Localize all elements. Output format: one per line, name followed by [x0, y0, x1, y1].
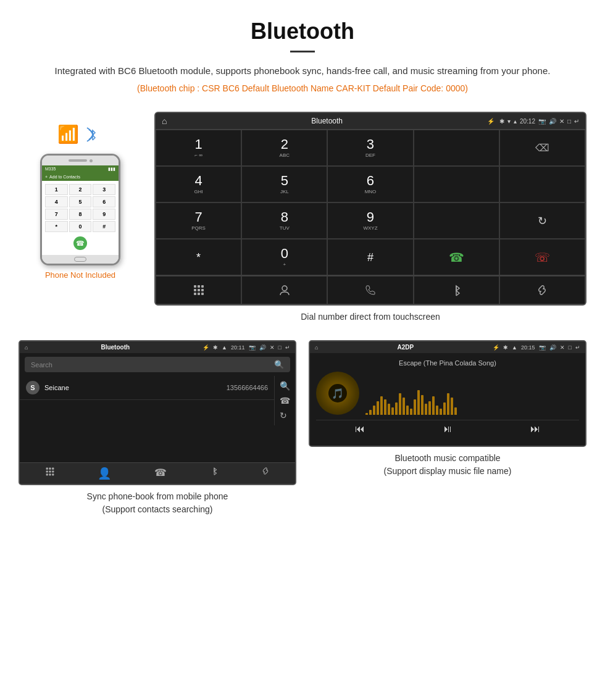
- phone-key-2[interactable]: 2: [69, 184, 92, 195]
- contact-initial: S: [30, 384, 35, 391]
- eq-bar: [369, 410, 372, 415]
- dial-bottom-phone[interactable]: [327, 276, 413, 304]
- phonebook-search[interactable]: Search 🔍: [25, 357, 290, 372]
- dial-key-0[interactable]: 0 +: [241, 239, 327, 275]
- dial-bottom-bluetooth[interactable]: [414, 276, 499, 304]
- dial-bottom-link[interactable]: [499, 276, 585, 304]
- phone-key-8[interactable]: 8: [69, 209, 92, 220]
- music-close-icon[interactable]: ✕: [560, 344, 565, 351]
- pb-time: 20:11: [231, 344, 245, 351]
- svg-point-10: [282, 286, 287, 291]
- pb-nav-bluetooth[interactable]: [210, 467, 219, 480]
- dial-bottom-dialpad[interactable]: [156, 276, 241, 304]
- phone-key-9[interactable]: 9: [93, 209, 115, 220]
- volume-icon[interactable]: 🔊: [549, 118, 556, 125]
- dial-num-4: 4: [194, 174, 202, 188]
- dial-call-button[interactable]: ☎: [414, 239, 499, 275]
- phone-key-5[interactable]: 5: [69, 196, 92, 207]
- svg-rect-6: [201, 289, 204, 291]
- phone-key-6[interactable]: 6: [93, 196, 115, 207]
- music-vol-icon[interactable]: 🔊: [549, 344, 556, 351]
- dial-key-star[interactable]: *: [156, 239, 241, 275]
- pb-win-icon[interactable]: □: [278, 344, 282, 351]
- dial-key-9[interactable]: 9 WXYZ: [327, 202, 413, 239]
- search-icon[interactable]: 🔍: [274, 360, 284, 369]
- dial-sub-1: ⌐ ∞: [194, 152, 202, 158]
- header-section: Bluetooth Integrated with BC6 Bluetooth …: [0, 0, 605, 106]
- eq-bar: [451, 398, 453, 415]
- dial-key-6[interactable]: 6 MNO: [327, 166, 413, 202]
- pb-home-icon[interactable]: ⌂: [25, 344, 28, 351]
- song-title: Escape (The Pina Colada Song): [399, 359, 496, 367]
- pb-vol-icon[interactable]: 🔊: [259, 344, 266, 351]
- dial-key-5[interactable]: 5 JKL: [241, 166, 327, 202]
- dial-num-8: 8: [281, 210, 288, 224]
- camera-icon[interactable]: 📷: [538, 118, 546, 125]
- pb-right-search-icon[interactable]: 🔍: [280, 381, 290, 391]
- phone-key-3[interactable]: 3: [93, 184, 115, 195]
- dial-num-3: 3: [367, 138, 374, 151]
- dial-key-2[interactable]: 2 ABC: [241, 130, 327, 166]
- pb-close-icon[interactable]: ✕: [270, 344, 275, 351]
- dial-sub-6: MNO: [365, 189, 377, 194]
- status-icons: ✱ ▾ ▴ 20:12 📷 🔊 ✕ □ ↵: [499, 118, 579, 125]
- dial-num-0: 0: [281, 247, 288, 260]
- pb-back-icon[interactable]: ↵: [285, 344, 290, 351]
- phone-dialpad: 1 2 3 4 5 6 7 8 9 * 0 #: [45, 184, 115, 232]
- dial-key-4[interactable]: 4 GHI: [156, 166, 241, 202]
- phone-bottom-bar: [42, 255, 119, 264]
- phone-key-7[interactable]: 7: [45, 209, 68, 220]
- equalizer-visualization: [365, 372, 579, 415]
- pb-nav-contacts-active[interactable]: 👤: [98, 467, 111, 480]
- pb-right-refresh-icon[interactable]: ↻: [280, 410, 290, 420]
- phone-key-1[interactable]: 1: [45, 184, 68, 195]
- dial-key-7[interactable]: 7 PQRS: [156, 202, 241, 239]
- description-text: Integrated with BC6 Bluetooth module, su…: [49, 64, 556, 78]
- pb-camera-icon[interactable]: 📷: [249, 344, 256, 351]
- music-title: A2DP: [322, 344, 489, 351]
- dial-refresh-button[interactable]: ↻: [499, 202, 585, 239]
- phone-key-4[interactable]: 4: [45, 196, 68, 207]
- music-camera-icon[interactable]: 📷: [539, 344, 546, 351]
- music-back-icon[interactable]: ↵: [575, 344, 580, 351]
- pb-nav-link[interactable]: [261, 467, 270, 480]
- phone-key-0[interactable]: 0: [69, 221, 92, 232]
- svg-rect-19: [49, 473, 51, 475]
- eq-bar: [440, 409, 442, 415]
- pb-title: Bluetooth: [31, 344, 199, 351]
- dial-key-hash[interactable]: #: [327, 239, 413, 275]
- pb-nav-phone[interactable]: ☎: [154, 467, 167, 480]
- music-win-icon[interactable]: □: [569, 344, 572, 351]
- dial-bottom-contacts[interactable]: [241, 276, 327, 304]
- phone-home-button[interactable]: [74, 257, 86, 262]
- dial-key-3[interactable]: 3 DEF: [327, 130, 413, 166]
- eq-bar: [373, 406, 375, 415]
- pb-bt-icon: ✱: [213, 344, 218, 351]
- back-icon[interactable]: ↵: [574, 118, 579, 125]
- svg-rect-18: [46, 473, 48, 475]
- eq-bar: [425, 404, 427, 415]
- eq-bar: [403, 398, 405, 415]
- eq-bar: [395, 402, 398, 415]
- window-icon[interactable]: □: [567, 118, 571, 125]
- svg-rect-7: [194, 293, 196, 295]
- music-home-icon[interactable]: ⌂: [315, 344, 318, 351]
- dial-end-call-button[interactable]: ☏: [499, 239, 585, 275]
- home-icon[interactable]: ⌂: [162, 116, 167, 126]
- bt-signal-icon: 📶: [57, 124, 103, 144]
- close-icon[interactable]: ✕: [559, 118, 564, 125]
- phone-call-button[interactable]: ☎: [73, 236, 87, 250]
- dial-key-1[interactable]: 1 ⌐ ∞: [156, 130, 241, 166]
- phone-not-included-label: Phone Not Included: [45, 270, 115, 280]
- phone-key-star[interactable]: *: [45, 221, 68, 232]
- phone-key-hash[interactable]: #: [93, 221, 115, 232]
- pb-nav-dialpad[interactable]: [45, 467, 55, 480]
- next-track-button[interactable]: ⏭: [530, 423, 540, 435]
- dial-backspace-button[interactable]: ⌫: [499, 130, 585, 166]
- prev-track-button[interactable]: ⏮: [355, 423, 365, 435]
- call-red-icon: ☏: [535, 250, 550, 265]
- contact-row[interactable]: S Seicane 13566664466: [20, 376, 274, 400]
- pb-right-phone-icon[interactable]: ☎: [280, 396, 290, 406]
- dial-key-8[interactable]: 8 TUV: [241, 202, 327, 239]
- play-pause-button[interactable]: ⏯: [443, 423, 453, 435]
